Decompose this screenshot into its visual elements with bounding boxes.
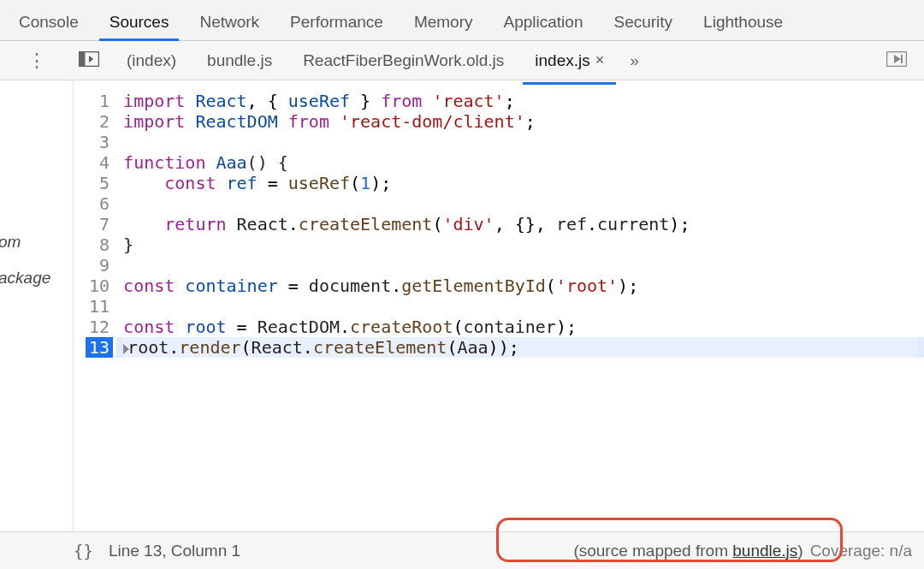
- file-tab[interactable]: (index): [111, 44, 192, 77]
- panel-tab-application[interactable]: Application: [489, 4, 599, 40]
- source-map-info[interactable]: (source mapped from bundle.js): [573, 542, 803, 560]
- navigator-sidebar[interactable]: om ackage: [0, 80, 74, 531]
- overflow-tabs-icon[interactable]: »: [619, 44, 649, 77]
- file-tab[interactable]: ReactFiberBeginWork.old.js: [287, 44, 519, 77]
- panel-tab-security[interactable]: Security: [598, 4, 688, 40]
- pretty-print-icon[interactable]: {}: [74, 542, 93, 560]
- panel-tab-performance[interactable]: Performance: [275, 4, 399, 40]
- panel-tab-memory[interactable]: Memory: [399, 4, 489, 40]
- file-tab[interactable]: index.js×: [519, 44, 619, 77]
- more-options-icon[interactable]: ⋮: [0, 50, 74, 72]
- svg-rect-1: [80, 52, 86, 67]
- navigator-toggle-icon[interactable]: [79, 51, 99, 69]
- status-bar: {} Line 13, Column 1 (source mapped from…: [0, 531, 924, 569]
- sources-toolbar: ⋮ (index)bundle.jsReactFiberBeginWork.ol…: [0, 41, 924, 80]
- file-tab-label: ReactFiberBeginWork.old.js: [303, 51, 504, 70]
- sidebar-fragment: om: [0, 233, 21, 252]
- panel-tab-console[interactable]: Console: [3, 4, 94, 40]
- sources-main: om ackage 12345678910111213 import React…: [0, 80, 924, 531]
- file-tab-label: (index): [127, 51, 176, 70]
- svg-rect-5: [901, 55, 903, 63]
- coverage-info: Coverage: n/a: [810, 542, 912, 560]
- file-tab-label: index.js: [535, 51, 589, 70]
- run-snippet-icon[interactable]: [886, 51, 907, 69]
- svg-marker-4: [894, 55, 901, 63]
- close-icon[interactable]: ×: [595, 51, 605, 69]
- cursor-position: Line 13, Column 1: [109, 542, 240, 560]
- panel-tab-lighthouse[interactable]: Lighthouse: [688, 4, 798, 40]
- devtools-panel-tabs: ConsoleSourcesNetworkPerformanceMemoryAp…: [0, 0, 924, 41]
- svg-marker-2: [89, 56, 93, 62]
- file-tab[interactable]: bundle.js: [192, 44, 287, 77]
- line-number-gutter: 12345678910111213: [74, 80, 116, 531]
- code-editor[interactable]: 12345678910111213 import React, { useRef…: [74, 80, 924, 531]
- file-tab-label: bundle.js: [207, 51, 272, 70]
- panel-tab-sources[interactable]: Sources: [94, 4, 185, 40]
- panel-tab-network[interactable]: Network: [184, 4, 275, 40]
- code-content[interactable]: import React, { useRef } from 'react';im…: [116, 80, 924, 531]
- sidebar-fragment: ackage: [0, 269, 50, 287]
